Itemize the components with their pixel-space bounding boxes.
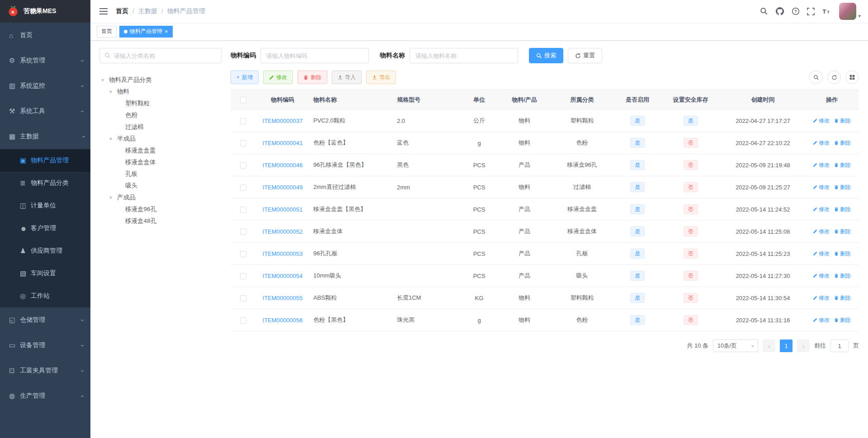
search-button[interactable]: 搜索 [529, 48, 563, 63]
row-checkbox[interactable] [240, 162, 246, 169]
tree-node[interactable]: 过滤棉 [99, 121, 222, 133]
font-size-icon[interactable]: TT [822, 7, 830, 15]
material-code-link[interactable]: ITEM00000037 [263, 118, 303, 124]
row-checkbox[interactable] [240, 295, 246, 301]
delete-link[interactable]: 删除 [834, 294, 851, 302]
edit-link[interactable]: 修改 [813, 139, 830, 147]
row-checkbox[interactable] [240, 273, 246, 279]
tree-node[interactable]: 吸头 [99, 180, 222, 192]
tree-node[interactable]: ▾半成品 [99, 133, 222, 145]
sidebar-item-fixture-management[interactable]: ⊡工装夹具管理› [0, 358, 90, 383]
tree-node[interactable]: ▾物料及产品分类 [99, 74, 222, 86]
goto-page-input[interactable] [830, 339, 849, 352]
edit-link[interactable]: 修改 [813, 250, 830, 258]
user-menu[interactable]: ▾ [839, 3, 861, 20]
sidebar-item-material-product-management[interactable]: ▣物料产品管理 [0, 149, 90, 172]
tree-node[interactable]: 塑料颗粒 [99, 98, 222, 109]
material-code-link[interactable]: ITEM00000054 [263, 273, 303, 279]
export-button[interactable]: 导出 [366, 71, 396, 84]
delete-link[interactable]: 删除 [834, 184, 851, 191]
edit-link[interactable]: 修改 [813, 117, 830, 125]
row-checkbox[interactable] [240, 229, 246, 235]
sidebar-toggle-icon[interactable] [98, 6, 109, 17]
sidebar-item-system-tools[interactable]: ⚒系统工具› [0, 99, 90, 124]
tree-node[interactable]: 色粉 [99, 109, 222, 121]
sidebar-item-master-data[interactable]: ▦主数据› [0, 124, 90, 149]
material-code-link[interactable]: ITEM00000041 [263, 140, 303, 146]
sidebar-item-workshop-settings[interactable]: ▧车间设置 [0, 262, 90, 285]
sidebar-item-system-management[interactable]: ⚙系统管理› [0, 48, 90, 73]
search-icon[interactable] [760, 7, 768, 15]
tree-node[interactable]: 移液盒96孔 [99, 203, 222, 215]
edit-link[interactable]: 修改 [813, 228, 830, 235]
sidebar-item-warehouse-management[interactable]: ◱仓储管理› [0, 307, 90, 333]
delete-link[interactable]: 删除 [834, 250, 851, 258]
tree-node[interactable]: ▾产成品 [99, 192, 222, 203]
sidebar-item-measurement-unit[interactable]: ◫计量单位 [0, 194, 90, 217]
row-checkbox[interactable] [240, 140, 246, 146]
sidebar-item-customer-management[interactable]: ☻客户管理 [0, 217, 90, 240]
fullscreen-icon[interactable] [807, 8, 815, 15]
refresh-button[interactable] [827, 71, 841, 84]
delete-link[interactable]: 删除 [834, 316, 851, 324]
sidebar-item-supplier-management[interactable]: ♟供应商管理 [0, 240, 90, 262]
edit-link[interactable]: 修改 [813, 294, 830, 302]
tab-close-icon[interactable]: × [165, 28, 168, 34]
page-number-button[interactable]: 1 [780, 339, 793, 352]
delete-link[interactable]: 删除 [834, 272, 851, 280]
material-name-input[interactable] [410, 48, 518, 63]
row-checkbox[interactable] [240, 118, 246, 124]
material-code-link[interactable]: ITEM00000053 [263, 250, 303, 257]
tree-node[interactable]: 移液盒盒盖 [99, 145, 222, 156]
material-code-link[interactable]: ITEM00000056 [263, 317, 303, 324]
reset-button[interactable]: 重置 [568, 48, 602, 63]
column-settings-button[interactable] [845, 71, 859, 84]
material-code-input[interactable] [260, 48, 369, 63]
row-checkbox[interactable] [240, 184, 246, 191]
app-logo[interactable]: K 苦糖果MES [0, 0, 90, 23]
toggle-search-button[interactable] [809, 71, 823, 84]
avatar[interactable] [839, 3, 856, 20]
delete-button[interactable]: 删除 [297, 71, 327, 84]
page-size-select[interactable]: 10条/页 ▾ [713, 339, 758, 352]
delete-link[interactable]: 删除 [834, 139, 851, 147]
material-code-link[interactable]: ITEM00000052 [263, 228, 303, 235]
help-icon[interactable]: ? [792, 7, 800, 15]
next-page-button[interactable]: › [797, 339, 810, 352]
edit-button[interactable]: 修改 [263, 71, 293, 84]
tree-node[interactable]: 移液盒盒体 [99, 156, 222, 168]
sidebar-item-home[interactable]: ⌂首页 [0, 23, 90, 48]
sidebar-item-production-management[interactable]: ◍生产管理› [0, 383, 90, 409]
delete-link[interactable]: 删除 [834, 117, 851, 125]
add-button[interactable]: + 新增 [231, 71, 259, 84]
import-button[interactable]: 导入 [332, 71, 362, 84]
prev-page-button[interactable]: ‹ [763, 339, 775, 352]
edit-link[interactable]: 修改 [813, 272, 830, 280]
breadcrumb-master-data[interactable]: 主数据 [138, 7, 157, 15]
material-code-link[interactable]: ITEM00000055 [263, 295, 303, 301]
edit-link[interactable]: 修改 [813, 161, 830, 169]
edit-link[interactable]: 修改 [813, 184, 830, 191]
tree-node[interactable]: 移液盒48孔 [99, 215, 222, 227]
sidebar-item-equipment-management[interactable]: ▭设备管理› [0, 333, 90, 358]
select-all-checkbox[interactable] [240, 97, 246, 103]
delete-link[interactable]: 删除 [834, 206, 851, 213]
edit-link[interactable]: 修改 [813, 316, 830, 324]
row-checkbox[interactable] [240, 207, 246, 213]
sidebar-item-workstation[interactable]: ◎工作站 [0, 285, 90, 307]
material-code-link[interactable]: ITEM00000051 [263, 206, 303, 213]
breadcrumb-home[interactable]: 首页 [116, 7, 128, 15]
edit-link[interactable]: 修改 [813, 206, 830, 213]
delete-link[interactable]: 删除 [834, 228, 851, 235]
row-checkbox[interactable] [240, 317, 246, 324]
github-icon[interactable] [775, 7, 784, 16]
tab-home[interactable]: 首页 [97, 26, 117, 38]
row-checkbox[interactable] [240, 251, 246, 257]
tree-node[interactable]: 孔板 [99, 168, 222, 180]
material-code-link[interactable]: ITEM00000046 [263, 162, 303, 169]
sidebar-item-material-product-category[interactable]: ≣物料产品分类 [0, 172, 90, 194]
category-search-input[interactable] [114, 52, 217, 59]
delete-link[interactable]: 删除 [834, 161, 851, 169]
tree-node[interactable]: ▾物料 [99, 86, 222, 98]
tab-material-product-management[interactable]: 物料产品管理 × [119, 26, 173, 38]
